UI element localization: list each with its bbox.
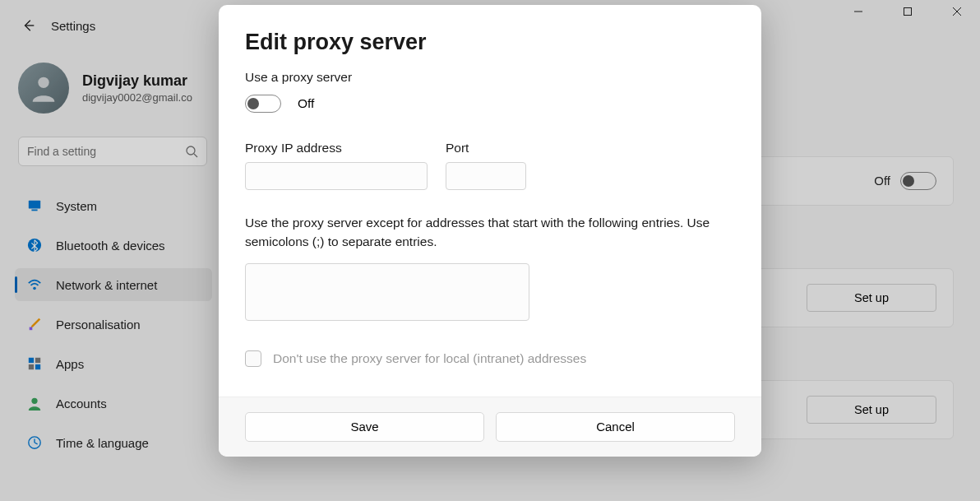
local-addresses-checkbox[interactable] (245, 350, 261, 367)
use-proxy-label: Use a proxy server (245, 70, 735, 85)
port-label: Port (446, 141, 526, 155)
proxy-ip-input[interactable] (245, 162, 428, 190)
ip-label: Proxy IP address (245, 141, 428, 155)
proxy-port-input[interactable] (446, 162, 526, 190)
modal-actions: Save Cancel (219, 397, 761, 457)
modal-title: Edit proxy server (245, 30, 735, 55)
save-button[interactable]: Save (245, 412, 484, 442)
local-addresses-label: Don't use the proxy server for local (in… (273, 351, 586, 366)
exceptions-input[interactable] (245, 263, 529, 321)
modal-overlay: Edit proxy server Use a proxy server Off… (0, 0, 980, 501)
cancel-button[interactable]: Cancel (496, 412, 735, 442)
edit-proxy-modal: Edit proxy server Use a proxy server Off… (219, 5, 761, 457)
exceptions-text: Use the proxy server except for addresse… (245, 213, 735, 252)
use-proxy-toggle[interactable] (245, 95, 281, 113)
toggle-state-label: Off (298, 96, 314, 111)
